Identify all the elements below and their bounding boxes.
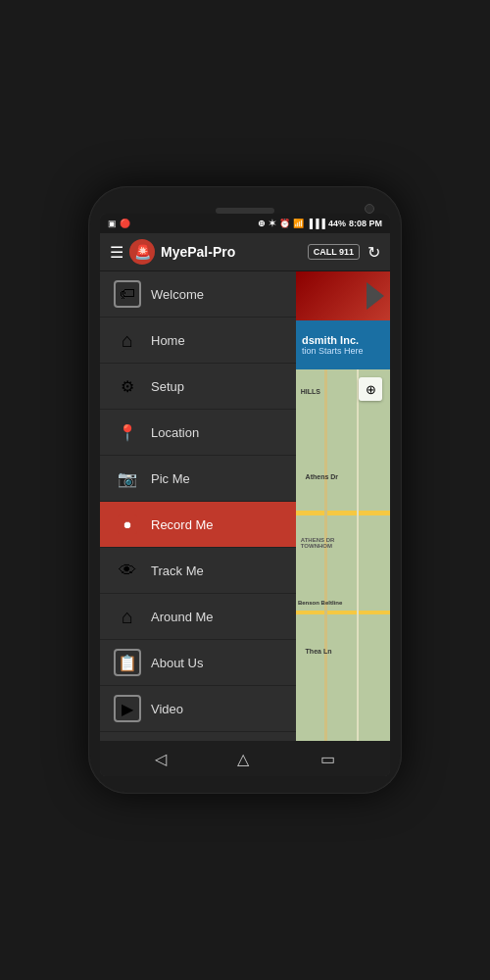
phone-screen: ▣ 🔴 ⊕ ✶ ⏰ 📶 ▐▐▐ 44% 8:08 PM ☰ 🚨 MyePal-P… [100,214,390,776]
camera-icon: 📷 [114,465,141,492]
map-label-hills: HILLS [301,388,320,395]
phone-speaker [216,208,274,214]
hamburger-menu-icon[interactable]: ☰ [110,243,123,262]
right-panel: dsmith Inc. tion Starts Here HILLS Athen… [296,271,390,741]
eye-icon: 👁 [114,557,141,584]
status-left: ▣ 🔴 [108,219,130,228]
record-icon: ⏺ [114,511,141,538]
back-button[interactable]: ◁ [155,750,167,768]
phone-device: ▣ 🔴 ⊕ ✶ ⏰ 📶 ▐▐▐ 44% 8:08 PM ☰ 🚨 MyePal-P… [88,186,402,794]
gps-icon: ⊕ [258,219,266,228]
refresh-icon[interactable]: ↻ [368,243,380,262]
setup-label: Setup [151,379,184,394]
record-me-label: Record Me [151,517,214,532]
screen-icon: ▣ [108,219,117,228]
map-road-vertical-2 [357,369,359,741]
bluetooth-icon: ✶ [269,219,276,228]
status-right: ⊕ ✶ ⏰ 📶 ▐▐▐ 44% 8:08 PM [258,219,382,228]
home-label: Home [151,333,185,348]
location-pin-icon: 📍 [114,418,141,446]
welcome-label: Welcome [151,287,204,302]
map-road-horizontal-1 [296,511,390,515]
about-icon: 📋 [114,649,141,676]
call-911-button[interactable]: CALL 911 [308,244,360,260]
main-content: 🏷 Welcome ⌂ Home ⚙ Setup 📍 Location 📷 [100,271,390,741]
sidebar-item-pic-me[interactable]: 📷 Pic Me [100,456,296,502]
sidebar-item-setup[interactable]: ⚙ Setup [100,364,296,410]
map-label-benson: Benson Beltline [298,600,342,606]
side-menu: 🏷 Welcome ⌂ Home ⚙ Setup 📍 Location 📷 [100,271,296,741]
sidebar-item-welcome[interactable]: 🏷 Welcome [100,271,296,318]
sidebar-item-home[interactable]: ⌂ Home [100,318,296,364]
alarm-icon: ⏰ [279,219,290,228]
about-us-label: About Us [151,656,203,670]
locate-me-button[interactable]: ⊕ [359,377,382,401]
recents-button[interactable]: ▭ [320,750,335,768]
battery-label: 44% [328,219,346,228]
welcome-icon: 🏷 [114,280,141,308]
signal-icon: ▐▐▐ [307,219,325,228]
map-area[interactable]: HILLS Athens Dr ATHENS DRTOWNHOM Benson … [296,369,390,741]
phone-camera [365,204,374,214]
map-label-thea-ln: Thea Ln [306,648,332,655]
app-header: ☰ 🚨 MyePal-Pro CALL 911 ↻ [100,233,390,271]
map-label-athens-dr: Athens Dr [306,473,338,480]
sidebar-item-around-me[interactable]: ⌂ Around Me [100,594,296,640]
sidebar-item-record-me[interactable]: ⏺ Record Me [100,502,296,548]
bottom-nav-bar: ◁ △ ▭ [100,741,390,776]
siren-icon: 🚨 [134,244,151,260]
status-bar: ▣ 🔴 ⊕ ✶ ⏰ 📶 ▐▐▐ 44% 8:08 PM [100,214,390,233]
home-button[interactable]: △ [237,750,249,768]
gear-icon: ⚙ [114,372,141,400]
map-road-horizontal-2 [296,611,390,614]
pic-me-label: Pic Me [151,471,190,486]
video-label: Video [151,702,183,716]
location-label: Location [151,425,199,440]
map-road-vertical-1 [324,369,327,741]
around-me-label: Around Me [151,610,214,624]
around-me-icon: ⌂ [114,603,141,630]
banner-arrow [367,282,384,310]
app-logo: 🚨 [129,239,155,265]
app-title: MyePal-Pro [161,244,308,260]
banner-red [296,271,390,320]
home-icon: ⌂ [114,326,141,354]
track-me-label: Track Me [151,564,204,578]
banner-blue-subtitle: tion Starts Here [302,346,390,356]
sidebar-item-location[interactable]: 📍 Location [100,410,296,456]
notification-icon: 🔴 [120,219,130,228]
banner-blue: dsmith Inc. tion Starts Here [296,320,390,369]
banner-blue-title: dsmith Inc. [302,334,390,346]
wifi-icon: 📶 [293,219,304,228]
video-play-icon: ▶ [114,695,141,722]
map-label-athens-townhomes: ATHENS DRTOWNHOM [301,537,335,549]
sidebar-item-track-me[interactable]: 👁 Track Me [100,548,296,594]
sidebar-item-video[interactable]: ▶ Video [100,686,296,732]
sidebar-item-about-us[interactable]: 📋 About Us [100,640,296,686]
time-label: 8:08 PM [349,219,382,228]
